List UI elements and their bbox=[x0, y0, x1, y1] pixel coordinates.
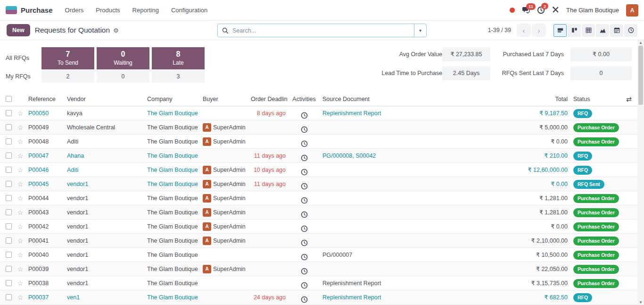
new-button[interactable]: New bbox=[7, 24, 30, 36]
my-late-count[interactable]: 3 bbox=[152, 70, 205, 83]
table-row[interactable]: ☆ P00047 Ahana The Glam Boutique 11 days… bbox=[0, 149, 637, 163]
activity-view-button[interactable] bbox=[624, 24, 637, 37]
favorite-star-icon[interactable]: ☆ bbox=[17, 265, 24, 273]
favorite-star-icon[interactable]: ☆ bbox=[17, 209, 24, 216]
favorite-star-icon[interactable]: ☆ bbox=[17, 251, 24, 259]
tools-button[interactable] bbox=[552, 6, 559, 15]
pager-next-button[interactable]: › bbox=[532, 24, 546, 37]
table-row[interactable]: ☆ P00049 Wholesale Central The Glam Bout… bbox=[0, 120, 637, 135]
header-order-deadline[interactable]: Order Deadline bbox=[249, 92, 288, 106]
table-row[interactable]: ☆ P00046 Aditi The Glam Boutique A Super… bbox=[0, 163, 637, 177]
favorite-star-icon[interactable]: ☆ bbox=[17, 223, 24, 230]
table-row[interactable]: ☆ P00041 vendor1 The Glam Boutique A Sup… bbox=[0, 234, 637, 248]
row-checkbox[interactable] bbox=[6, 223, 12, 229]
row-checkbox[interactable] bbox=[6, 181, 12, 187]
row-checkbox[interactable] bbox=[6, 152, 12, 159]
menu-configuration[interactable]: Configuration bbox=[171, 7, 207, 14]
vertical-scrollbar[interactable]: ▲ ▼ bbox=[637, 40, 644, 305]
kpi-card-late[interactable]: 8 Late 3 bbox=[152, 47, 205, 83]
activity-clock-icon[interactable] bbox=[301, 254, 308, 261]
table-row[interactable]: ☆ P00039 vendor1 The Glam Boutique A Sup… bbox=[0, 262, 637, 276]
header-company[interactable]: Company bbox=[145, 92, 201, 106]
header-source-document[interactable]: Source Document bbox=[321, 92, 511, 106]
row-checkbox[interactable] bbox=[6, 124, 12, 130]
search-input[interactable] bbox=[231, 27, 414, 34]
search-bar[interactable]: ▾ bbox=[217, 24, 427, 37]
table-row[interactable]: ☆ P00042 vendor1 The Glam Boutique A Sup… bbox=[0, 220, 637, 234]
table-row[interactable]: ☆ P00037 ven1 The Glam Boutique 24 days … bbox=[0, 290, 637, 305]
activity-clock-icon[interactable] bbox=[301, 112, 308, 119]
row-checkbox[interactable] bbox=[6, 252, 12, 258]
calendar-view-button[interactable] bbox=[610, 24, 623, 37]
activity-clock-icon[interactable] bbox=[301, 197, 308, 204]
my-to-send-count[interactable]: 2 bbox=[41, 70, 94, 83]
header-reference[interactable]: Reference bbox=[26, 92, 65, 106]
scroll-down-arrow-icon[interactable]: ▼ bbox=[637, 300, 644, 305]
row-checkbox[interactable] bbox=[6, 167, 12, 173]
favorite-star-icon[interactable]: ☆ bbox=[17, 110, 24, 117]
row-checkbox[interactable] bbox=[6, 209, 12, 215]
search-options-caret-icon[interactable]: ▾ bbox=[414, 24, 426, 37]
scrollbar-thumb[interactable] bbox=[638, 46, 643, 105]
row-checkbox[interactable] bbox=[6, 266, 12, 272]
menu-reporting[interactable]: Reporting bbox=[132, 7, 159, 14]
kpi-card-waiting[interactable]: 0 Waiting 0 bbox=[97, 47, 149, 83]
activity-clock-icon[interactable] bbox=[301, 239, 308, 246]
table-row[interactable]: ☆ P00038 vendor1 The Glam Boutique Reple… bbox=[0, 276, 637, 290]
activity-clock-icon[interactable] bbox=[301, 225, 308, 232]
favorite-star-icon[interactable]: ☆ bbox=[17, 280, 24, 287]
list-view-button[interactable] bbox=[553, 24, 567, 37]
favorite-star-icon[interactable]: ☆ bbox=[17, 166, 24, 174]
current-company[interactable]: The Glam Boutique bbox=[566, 7, 619, 14]
activity-clock-icon[interactable] bbox=[301, 126, 308, 133]
favorite-star-icon[interactable]: ☆ bbox=[17, 124, 24, 131]
user-avatar[interactable]: A bbox=[626, 4, 638, 17]
header-activities[interactable]: Activities bbox=[288, 92, 321, 106]
actions-gear-icon[interactable]: ⚙ bbox=[113, 27, 119, 34]
favorite-star-icon[interactable]: ☆ bbox=[17, 195, 24, 202]
menu-products[interactable]: Products bbox=[96, 7, 120, 14]
purchased-7days-value[interactable]: ₹ 0.00 bbox=[570, 47, 632, 61]
favorite-star-icon[interactable]: ☆ bbox=[17, 138, 24, 145]
favorite-star-icon[interactable]: ☆ bbox=[17, 294, 24, 301]
row-checkbox[interactable] bbox=[6, 280, 12, 286]
activity-clock-icon[interactable] bbox=[301, 296, 308, 303]
row-checkbox[interactable] bbox=[6, 195, 12, 201]
header-status[interactable]: Status bbox=[570, 92, 620, 106]
table-row[interactable]: ☆ P00045 vendor1 The Glam Boutique A Sup… bbox=[0, 177, 637, 191]
activity-clock-icon[interactable] bbox=[301, 154, 308, 161]
kpi-card-to-send[interactable]: 7 To Send 2 bbox=[41, 47, 94, 83]
activity-clock-icon[interactable] bbox=[301, 169, 308, 176]
header-vendor[interactable]: Vendor bbox=[65, 92, 145, 106]
activity-clock-icon[interactable] bbox=[301, 140, 308, 147]
pivot-view-button[interactable] bbox=[582, 24, 595, 37]
optional-columns-icon[interactable]: ⇄ bbox=[620, 92, 637, 106]
table-row[interactable]: ☆ P00048 Aditi The Glam Boutique A Super… bbox=[0, 135, 637, 149]
kanban-view-button[interactable] bbox=[568, 24, 581, 37]
table-row[interactable]: ☆ P00044 vendor1 The Glam Boutique A Sup… bbox=[0, 191, 637, 205]
row-checkbox[interactable] bbox=[6, 138, 12, 144]
activity-clock-icon[interactable] bbox=[301, 268, 308, 275]
activity-clock-icon[interactable] bbox=[301, 183, 308, 190]
rfqs-sent-7days-value[interactable]: 0 bbox=[570, 66, 632, 80]
favorite-star-icon[interactable]: ☆ bbox=[17, 237, 24, 245]
activities-button[interactable]: 2 bbox=[537, 6, 545, 14]
activity-clock-icon[interactable] bbox=[301, 282, 308, 289]
messages-button[interactable]: 11 bbox=[522, 7, 530, 14]
graph-view-button[interactable] bbox=[596, 24, 609, 37]
row-checkbox[interactable] bbox=[6, 237, 12, 244]
select-all-checkbox[interactable] bbox=[6, 96, 12, 102]
app-name[interactable]: Purchase bbox=[21, 6, 53, 14]
activity-clock-icon[interactable] bbox=[301, 211, 308, 218]
favorite-star-icon[interactable]: ☆ bbox=[17, 152, 24, 160]
favorite-star-icon[interactable]: ☆ bbox=[17, 180, 24, 188]
menu-orders[interactable]: Orders bbox=[65, 7, 84, 14]
row-checkbox[interactable] bbox=[6, 294, 12, 300]
table-row[interactable]: ☆ P00040 vendor1 The Glam Boutique PG/00… bbox=[0, 248, 637, 262]
header-buyer[interactable]: Buyer bbox=[201, 92, 249, 106]
table-row[interactable]: ☆ P00043 vendor1 The Glam Boutique A Sup… bbox=[0, 205, 637, 220]
header-total[interactable]: Total bbox=[511, 92, 570, 106]
row-checkbox[interactable] bbox=[6, 110, 12, 116]
scroll-up-arrow-icon[interactable]: ▲ bbox=[637, 41, 644, 45]
pager-previous-button[interactable]: ‹ bbox=[517, 24, 531, 37]
